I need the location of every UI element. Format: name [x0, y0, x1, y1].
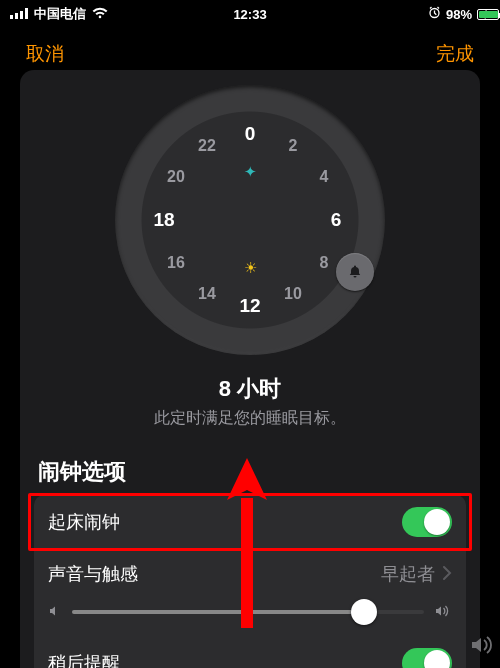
sound-value: 早起者 [381, 562, 435, 586]
snooze-toggle[interactable] [402, 648, 452, 668]
battery-icon [477, 9, 490, 20]
dial-hour-0: 0 [245, 123, 256, 145]
sleep-summary: 8 小时 此定时满足您的睡眠目标。 [20, 370, 480, 451]
sleep-dial[interactable]: 0 2 4 6 8 10 12 14 16 18 20 22 ✦ ☀ [20, 70, 480, 370]
status-left: 中国电信 [10, 5, 108, 23]
status-bar: 中国电信 12:33 98% [0, 0, 500, 28]
volume-slider[interactable] [72, 602, 424, 622]
sun-icon: ☀ [244, 259, 257, 277]
bell-icon [347, 264, 363, 280]
svg-rect-0 [10, 15, 13, 19]
signal-icon [10, 7, 28, 22]
sparkle-icon: ✦ [244, 163, 257, 181]
wake-alarm-toggle[interactable] [402, 507, 452, 537]
wake-alarm-label: 起床闹钟 [48, 510, 402, 534]
snooze-label: 稍后提醒 [48, 651, 402, 668]
dial-hour-2: 2 [289, 137, 298, 155]
carrier-label: 中国电信 [34, 5, 86, 23]
volume-slider-row [34, 598, 466, 636]
svg-rect-3 [25, 8, 28, 19]
dial-hour-18: 18 [153, 209, 174, 231]
dial-hour-22: 22 [198, 137, 216, 155]
wake-alarm-row[interactable]: 起床闹钟 [34, 495, 466, 549]
dial-hour-16: 16 [167, 254, 185, 272]
dial-hour-6: 6 [331, 209, 342, 231]
summary-title: 8 小时 [20, 374, 480, 404]
summary-subtitle: 此定时满足您的睡眠目标。 [20, 408, 480, 429]
done-button[interactable]: 完成 [436, 41, 474, 67]
dial-hour-10: 10 [284, 285, 302, 303]
snooze-row[interactable]: 稍后提醒 [34, 636, 466, 668]
status-right: 98% [428, 6, 490, 22]
cancel-button[interactable]: 取消 [26, 41, 64, 67]
wifi-icon [92, 7, 108, 22]
svg-rect-2 [20, 11, 23, 19]
nav-bar: 取消 完成 [0, 36, 500, 72]
status-time: 12:33 [233, 7, 266, 22]
dial-wake-handle[interactable] [336, 253, 374, 291]
svg-rect-1 [15, 13, 18, 19]
dial-hour-4: 4 [320, 168, 329, 186]
sound-row[interactable]: 声音与触感 早起者 [34, 549, 466, 598]
dial-hour-20: 20 [167, 168, 185, 186]
speaker-low-icon [48, 604, 62, 621]
alarm-options-panel: 起床闹钟 声音与触感 早起者 [34, 495, 466, 668]
watermark-speaker-icon [468, 632, 494, 662]
section-alarm-options-title: 闹钟选项 [20, 451, 480, 495]
sound-label: 声音与触感 [48, 562, 381, 586]
battery-pct: 98% [446, 7, 472, 22]
sheet-card: 0 2 4 6 8 10 12 14 16 18 20 22 ✦ ☀ 8 小时 [20, 70, 480, 668]
dial-hour-8: 8 [320, 254, 329, 272]
dial-hour-14: 14 [198, 285, 216, 303]
speaker-high-icon [434, 604, 452, 621]
screen: 中国电信 12:33 98% 取消 完成 [0, 0, 500, 668]
chevron-right-icon [443, 564, 452, 585]
alarm-icon [428, 6, 441, 22]
dial-hour-12: 12 [239, 295, 260, 317]
